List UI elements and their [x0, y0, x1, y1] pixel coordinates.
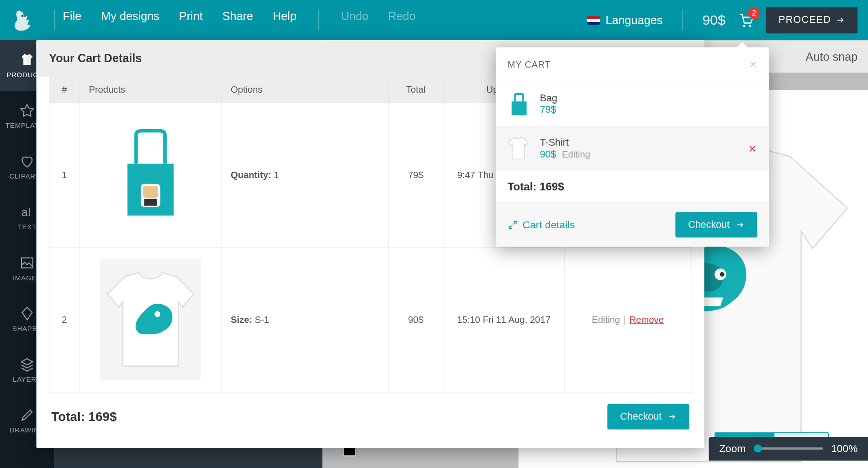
remove-link[interactable]: Remove — [630, 315, 664, 324]
cart-button[interactable]: 2 — [737, 11, 754, 29]
pencil-icon — [20, 408, 35, 423]
top-bar: File My designs Print Share Help Undo Re… — [0, 0, 868, 40]
mini-cart-title: MY CART — [508, 59, 551, 70]
current-price: 90$ — [703, 12, 726, 28]
svg-rect-12 — [512, 101, 527, 115]
arrow-right-icon — [836, 16, 845, 25]
mini-cart-item[interactable]: T-Shirt 90$Editing × — [496, 126, 769, 170]
arrow-right-icon — [667, 412, 677, 421]
svg-rect-9 — [143, 186, 158, 198]
modal-title: Your Cart Details — [49, 52, 142, 65]
cell-num: 1 — [49, 103, 79, 247]
zoom-control: Zoom 100% — [709, 437, 868, 461]
svg-text:aI: aI — [21, 206, 31, 218]
cell-product — [79, 103, 222, 247]
arrow-right-icon — [736, 220, 745, 229]
uk-flag-icon — [587, 16, 600, 25]
mini-checkout-button[interactable]: Checkout — [676, 212, 757, 238]
table-row: 2 Size: S-1 90$ 15:10 Fri 11 Aug, 2017 E… — [49, 247, 691, 392]
diamond-icon — [20, 306, 35, 321]
proceed-label: PROCEED — [778, 15, 831, 26]
main-menu: File My designs Print Share Help Undo Re… — [63, 10, 416, 30]
menu-share[interactable]: Share — [222, 10, 253, 30]
svg-point-2 — [749, 25, 751, 27]
menu-my-designs[interactable]: My designs — [101, 10, 159, 30]
cell-options: Size: S-1 — [221, 247, 388, 392]
svg-rect-4 — [21, 258, 33, 268]
proceed-button[interactable]: PROCEED — [766, 7, 857, 33]
expand-icon — [508, 220, 518, 230]
modal-total: Total: 169$ — [51, 409, 116, 424]
zoom-slider[interactable] — [754, 447, 823, 450]
mini-cart-remove[interactable]: × — [749, 141, 756, 156]
heart-icon — [20, 154, 35, 169]
language-label: Languages — [605, 14, 662, 27]
star-icon — [20, 103, 35, 118]
text-icon: aI — [20, 205, 35, 220]
cell-num: 2 — [49, 247, 79, 392]
tshirt-icon — [508, 135, 530, 163]
cell-total: 90$ — [388, 247, 443, 392]
col-total: Total — [388, 77, 443, 103]
item-price: 90$ — [540, 149, 556, 160]
item-editing-label: Editing — [562, 149, 590, 159]
layers-icon — [20, 357, 35, 372]
cell-total: 79$ — [388, 103, 443, 247]
editing-label: Editing — [592, 315, 620, 324]
svg-point-0 — [21, 15, 24, 17]
divider — [54, 10, 55, 30]
divider — [318, 10, 319, 30]
language-selector[interactable]: Languages — [587, 14, 662, 27]
mini-cart-close[interactable]: × — [749, 57, 757, 73]
cell-product — [79, 247, 222, 392]
svg-point-1 — [743, 25, 746, 27]
menu-undo[interactable]: Undo — [341, 10, 368, 30]
col-num: # — [49, 77, 79, 103]
zoom-value: 100% — [831, 442, 857, 455]
menu-redo[interactable]: Redo — [388, 10, 415, 30]
zoom-label: Zoom — [719, 442, 746, 455]
svg-point-11 — [154, 311, 160, 317]
mini-cart-total: Total: 169$ — [496, 171, 769, 202]
slider-knob[interactable] — [754, 445, 762, 453]
app-logo — [11, 7, 36, 33]
menu-file[interactable]: File — [63, 10, 82, 30]
cart-badge: 2 — [748, 7, 760, 19]
cell-actions: Editing|Remove — [564, 247, 691, 392]
col-products: Products — [79, 77, 222, 103]
product-thumb-tshirt — [100, 259, 201, 380]
modal-footer: Total: 169$ Checkout — [49, 393, 691, 435]
item-price: 79$ — [540, 105, 556, 116]
rail-label: TEXT — [18, 223, 37, 231]
product-thumb-bag — [100, 115, 201, 236]
menu-help[interactable]: Help — [273, 10, 296, 30]
checkout-button[interactable]: Checkout — [608, 404, 689, 430]
image-icon — [20, 255, 35, 270]
item-name: T-Shirt — [540, 137, 590, 148]
divider — [682, 10, 683, 30]
tshirt-icon — [20, 53, 35, 68]
svg-point-6 — [720, 272, 725, 277]
mini-cart-item[interactable]: Bag 79$ — [496, 82, 769, 126]
menu-print[interactable]: Print — [179, 10, 203, 30]
item-name: Bag — [540, 93, 557, 104]
col-options: Options — [221, 77, 388, 103]
cell-options: Quantity: 1 — [221, 103, 388, 247]
mini-cart-popover: MY CART × Bag 79$ T-Shirt 90$Editing × T… — [496, 47, 769, 247]
auto-snap-toggle[interactable]: Auto snap — [806, 50, 858, 63]
cart-details-link[interactable]: Cart details — [508, 219, 575, 231]
bag-icon — [508, 90, 530, 118]
cell-updated: 15:10 Fri 11 Aug, 2017 — [443, 247, 564, 392]
svg-rect-10 — [144, 199, 157, 206]
